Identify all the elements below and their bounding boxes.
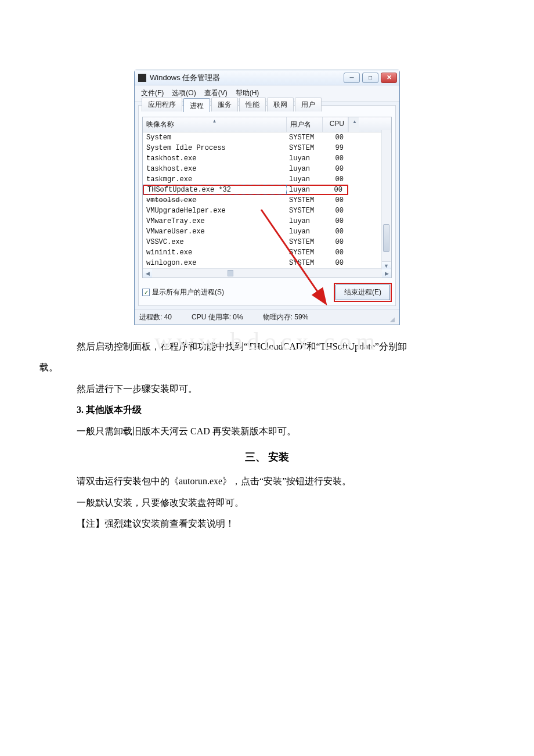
table-row[interactable]: VMUpgradeHelper.exeSYSTEM00 bbox=[143, 206, 391, 216]
hscroll-thumb[interactable] bbox=[228, 270, 233, 276]
scroll-right-button[interactable]: ▶ bbox=[382, 269, 391, 278]
cell-user: luyan bbox=[287, 165, 323, 173]
chevron-up-icon: ▲ bbox=[352, 119, 357, 124]
section-title: 三、 安装 bbox=[58, 447, 476, 467]
status-cpu: CPU 使用率: 0% bbox=[192, 312, 243, 322]
table-row[interactable]: THSoftUpdate.exe *32luyan00 bbox=[143, 185, 391, 195]
cell-user: luyan bbox=[287, 154, 323, 163]
cell-cpu: 00 bbox=[323, 249, 348, 257]
task-manager-window: Windows 任务管理器 ─ □ ✕ 文件(F) 选项(O) 查看(V) 帮助… bbox=[134, 70, 400, 325]
cell-image-name: VMwareUser.exe bbox=[143, 228, 287, 236]
table-row[interactable]: vmtoolsd.exeSYSTEM00 bbox=[143, 195, 391, 206]
document-body: 然后启动控制面板，在程序和功能中找到“THCloudCAD”和“THSoftUp… bbox=[58, 338, 476, 532]
cell-cpu: 00 bbox=[323, 238, 348, 246]
scrollbar-down-button[interactable]: ▼ bbox=[382, 261, 391, 269]
table-row[interactable]: taskhost.exeluyan00 bbox=[143, 164, 391, 174]
window-title: Windows 任务管理器 bbox=[150, 73, 344, 83]
cell-cpu: 00 bbox=[323, 196, 348, 204]
sort-asc-icon: ▲ bbox=[212, 118, 217, 124]
close-button[interactable]: ✕ bbox=[381, 73, 397, 83]
chevron-down-icon: ▼ bbox=[384, 263, 389, 269]
cell-image-name: taskhost.exe bbox=[143, 165, 287, 173]
tab-performance[interactable]: 性能 bbox=[239, 98, 266, 111]
cell-user: SYSTEM bbox=[287, 134, 323, 142]
cell-cpu: 00 bbox=[323, 134, 348, 142]
resize-grip-icon[interactable] bbox=[387, 314, 395, 322]
column-image-name[interactable]: ▲ 映像名称 bbox=[143, 117, 287, 132]
cell-user: luyan bbox=[287, 228, 323, 236]
cell-cpu: 00 bbox=[323, 217, 348, 225]
status-proc-count: 进程数: 40 bbox=[139, 312, 172, 322]
cell-user: SYSTEM bbox=[287, 238, 323, 246]
cell-image-name: System Idle Process bbox=[143, 144, 287, 152]
table-row[interactable]: SystemSYSTEM00 bbox=[143, 132, 391, 143]
cell-image-name: winlogon.exe bbox=[143, 259, 287, 267]
end-process-highlight: 结束进程(E) bbox=[334, 283, 392, 302]
paragraph: 载。 bbox=[39, 359, 476, 376]
cell-cpu: 00 bbox=[323, 154, 348, 163]
paragraph: 一般默认安装，只要修改安装盘符即可。 bbox=[58, 494, 476, 512]
checkbox-icon bbox=[142, 289, 150, 296]
cell-image-name: VSSVC.exe bbox=[143, 238, 287, 246]
cell-user: SYSTEM bbox=[287, 259, 323, 267]
cell-cpu: 99 bbox=[323, 144, 348, 152]
cell-image-name: THSoftUpdate.exe *32 bbox=[143, 185, 287, 195]
minimize-icon: ─ bbox=[349, 74, 353, 81]
app-icon bbox=[138, 74, 146, 82]
paragraph: 【注】强烈建议安装前查看安装说明！ bbox=[58, 515, 476, 532]
horizontal-scrollbar[interactable]: ◀ ▶ bbox=[143, 268, 391, 278]
cell-image-name: wininit.exe bbox=[143, 249, 287, 257]
status-bar: 进程数: 40 CPU 使用率: 0% 物理内存: 59% bbox=[135, 309, 399, 325]
cell-cpu: 00 bbox=[323, 185, 348, 195]
cell-user: luyan bbox=[287, 175, 323, 183]
minimize-button[interactable]: ─ bbox=[344, 73, 360, 83]
table-row[interactable]: wininit.exeSYSTEM00 bbox=[143, 247, 391, 258]
vertical-scrollbar[interactable]: ▼ bbox=[381, 130, 391, 269]
tab-processes[interactable]: 进程 bbox=[183, 98, 210, 112]
subheading: 3. 其他版本升级 bbox=[58, 401, 476, 419]
close-icon: ✕ bbox=[387, 74, 392, 81]
tab-services[interactable]: 服务 bbox=[211, 98, 238, 111]
cell-cpu: 00 bbox=[323, 228, 348, 236]
hscroll-track[interactable] bbox=[152, 269, 272, 278]
cell-cpu: 00 bbox=[323, 259, 348, 267]
column-user[interactable]: 用户名 bbox=[287, 117, 323, 132]
cell-image-name: VMUpgradeHelper.exe bbox=[143, 207, 287, 215]
cell-user: SYSTEM bbox=[287, 144, 323, 152]
tabs-panel: 应用程序 进程 服务 性能 联网 用户 ▲ 映像名称 用户名 CPU ▲ bbox=[138, 105, 396, 306]
cell-user: luyan bbox=[287, 185, 323, 195]
table-row[interactable]: VMwareTray.exeluyan00 bbox=[143, 216, 391, 226]
column-cpu[interactable]: CPU bbox=[323, 117, 348, 132]
end-process-button[interactable]: 结束进程(E) bbox=[335, 285, 390, 300]
table-footer: 显示所有用户的进程(S) 结束进程(E) bbox=[142, 283, 392, 302]
scroll-thumb[interactable] bbox=[383, 224, 389, 252]
table-row[interactable]: VSSVC.exeSYSTEM00 bbox=[143, 237, 391, 247]
maximize-icon: □ bbox=[369, 74, 372, 81]
cell-cpu: 00 bbox=[323, 165, 348, 173]
cell-user: luyan bbox=[287, 217, 323, 225]
table-row[interactable]: System Idle ProcessSYSTEM99 bbox=[143, 143, 391, 153]
checkbox-label: 显示所有用户的进程(S) bbox=[152, 287, 224, 297]
status-mem: 物理内存: 59% bbox=[263, 312, 309, 322]
maximize-button[interactable]: □ bbox=[362, 73, 378, 83]
table-row[interactable]: taskhost.exeluyan00 bbox=[143, 153, 391, 164]
cell-cpu: 00 bbox=[323, 207, 348, 215]
tab-networking[interactable]: 联网 bbox=[267, 98, 294, 111]
process-table: ▲ 映像名称 用户名 CPU ▲ SystemSYSTEM00System Id… bbox=[142, 117, 392, 278]
tab-apps[interactable]: 应用程序 bbox=[142, 98, 182, 111]
titlebar: Windows 任务管理器 ─ □ ✕ bbox=[135, 70, 399, 85]
show-all-users-checkbox[interactable]: 显示所有用户的进程(S) bbox=[142, 287, 224, 297]
cell-image-name: System bbox=[143, 134, 287, 142]
cell-image-name: taskhost.exe bbox=[143, 154, 287, 163]
tab-users[interactable]: 用户 bbox=[295, 98, 322, 111]
scrollbar-up-button[interactable]: ▲ bbox=[348, 117, 359, 132]
table-row[interactable]: taskmgr.exeluyan00 bbox=[143, 174, 391, 185]
cell-user: SYSTEM bbox=[287, 196, 323, 204]
table-row[interactable]: VMwareUser.exeluyan00 bbox=[143, 226, 391, 237]
scroll-left-button[interactable]: ◀ bbox=[143, 269, 152, 278]
paragraph: 一般只需卸载旧版本天河云 CAD 再安装新版本即可。 bbox=[58, 423, 476, 440]
cell-image-name: taskmgr.exe bbox=[143, 175, 287, 183]
cell-image-name: VMwareTray.exe bbox=[143, 217, 287, 225]
table-row[interactable]: winlogon.exeSYSTEM00 bbox=[143, 258, 391, 268]
paragraph: 请双击运行安装包中的《autorun.exe》，点击“安装”按钮进行安装。 bbox=[58, 473, 476, 490]
